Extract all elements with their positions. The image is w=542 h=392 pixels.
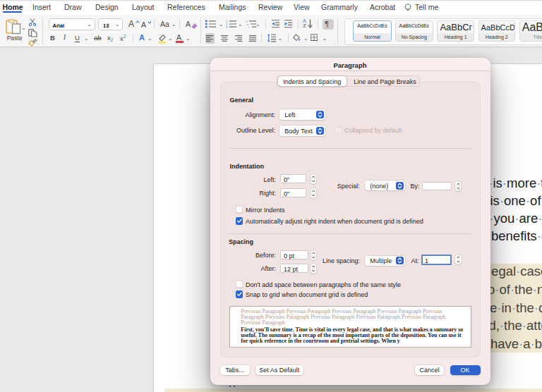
svg-text:i: i [248, 25, 249, 28]
svg-text:3: 3 [226, 25, 228, 28]
